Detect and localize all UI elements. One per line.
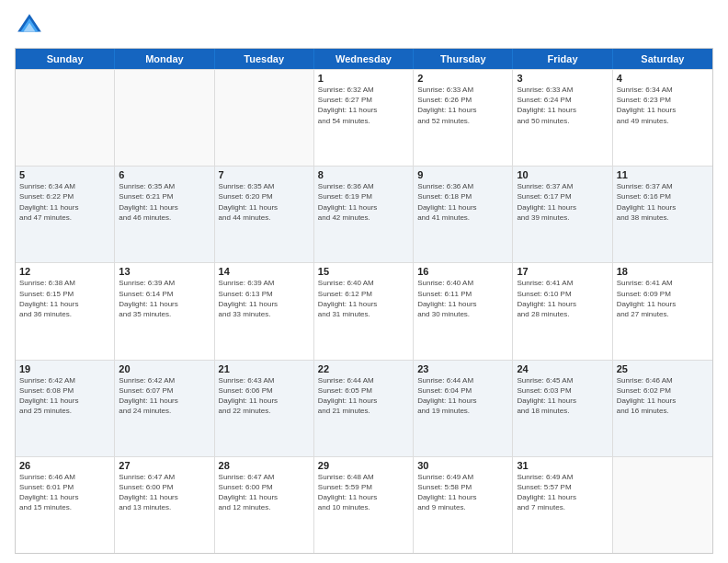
- day-cell: 23Sunrise: 6:44 AM Sunset: 6:04 PM Dayli…: [414, 361, 513, 456]
- week-row-4: 19Sunrise: 6:42 AM Sunset: 6:08 PM Dayli…: [16, 360, 712, 456]
- day-headers: SundayMondayTuesdayWednesdayThursdayFrid…: [16, 49, 712, 69]
- day-number: 22: [318, 363, 409, 374]
- day-number: 14: [219, 266, 310, 277]
- day-info: Sunrise: 6:32 AM Sunset: 6:27 PM Dayligh…: [318, 85, 409, 126]
- day-info: Sunrise: 6:42 AM Sunset: 6:08 PM Dayligh…: [19, 375, 110, 417]
- day-number: 6: [119, 169, 210, 180]
- logo-icon: [15, 11, 44, 40]
- day-info: Sunrise: 6:34 AM Sunset: 6:23 PM Dayligh…: [617, 85, 709, 126]
- day-cell: 8Sunrise: 6:36 AM Sunset: 6:19 PM Daylig…: [314, 167, 414, 262]
- day-info: Sunrise: 6:46 AM Sunset: 6:02 PM Dayligh…: [617, 375, 709, 417]
- day-cell: 21Sunrise: 6:43 AM Sunset: 6:06 PM Dayli…: [215, 361, 314, 456]
- day-number: 12: [19, 266, 110, 277]
- day-number: 4: [617, 73, 709, 84]
- day-number: 17: [517, 266, 608, 277]
- day-number: 21: [219, 363, 310, 374]
- day-header-tuesday: Tuesday: [215, 49, 314, 69]
- day-number: 30: [417, 460, 508, 471]
- day-cell: [16, 70, 115, 166]
- week-row-3: 12Sunrise: 6:38 AM Sunset: 6:15 PM Dayli…: [16, 262, 712, 359]
- day-info: Sunrise: 6:43 AM Sunset: 6:06 PM Dayligh…: [219, 375, 310, 417]
- day-info: Sunrise: 6:33 AM Sunset: 6:26 PM Dayligh…: [417, 85, 508, 126]
- day-info: Sunrise: 6:41 AM Sunset: 6:09 PM Dayligh…: [617, 278, 709, 319]
- day-number: 13: [119, 266, 210, 277]
- day-header-thursday: Thursday: [414, 49, 513, 69]
- week-row-5: 26Sunrise: 6:46 AM Sunset: 6:01 PM Dayli…: [16, 456, 712, 553]
- day-cell: 24Sunrise: 6:45 AM Sunset: 6:03 PM Dayli…: [513, 361, 612, 456]
- day-cell: 10Sunrise: 6:37 AM Sunset: 6:17 PM Dayli…: [513, 167, 612, 262]
- day-cell: 19Sunrise: 6:42 AM Sunset: 6:08 PM Dayli…: [16, 361, 115, 456]
- page: SundayMondayTuesdayWednesdayThursdayFrid…: [0, 0, 728, 563]
- day-info: Sunrise: 6:40 AM Sunset: 6:12 PM Dayligh…: [318, 278, 409, 319]
- calendar-body: 1Sunrise: 6:32 AM Sunset: 6:27 PM Daylig…: [16, 69, 712, 553]
- day-number: 7: [219, 169, 310, 180]
- day-header-friday: Friday: [513, 49, 612, 69]
- day-cell: 12Sunrise: 6:38 AM Sunset: 6:15 PM Dayli…: [16, 263, 115, 359]
- day-cell: 27Sunrise: 6:47 AM Sunset: 6:00 PM Dayli…: [115, 457, 214, 553]
- day-info: Sunrise: 6:40 AM Sunset: 6:11 PM Dayligh…: [417, 278, 508, 319]
- day-info: Sunrise: 6:44 AM Sunset: 6:04 PM Dayligh…: [417, 375, 508, 417]
- day-info: Sunrise: 6:37 AM Sunset: 6:17 PM Dayligh…: [517, 181, 608, 223]
- day-number: 27: [119, 460, 210, 471]
- day-cell: 11Sunrise: 6:37 AM Sunset: 6:16 PM Dayli…: [613, 167, 712, 262]
- day-number: 29: [318, 460, 409, 471]
- day-cell: 26Sunrise: 6:46 AM Sunset: 6:01 PM Dayli…: [16, 457, 115, 553]
- day-info: Sunrise: 6:33 AM Sunset: 6:24 PM Dayligh…: [517, 85, 608, 126]
- day-cell: [613, 457, 712, 553]
- day-number: 10: [517, 169, 608, 180]
- day-cell: 29Sunrise: 6:48 AM Sunset: 5:59 PM Dayli…: [314, 457, 414, 553]
- day-number: 23: [417, 363, 508, 374]
- day-info: Sunrise: 6:34 AM Sunset: 6:22 PM Dayligh…: [19, 181, 110, 223]
- day-cell: 18Sunrise: 6:41 AM Sunset: 6:09 PM Dayli…: [613, 263, 712, 359]
- day-info: Sunrise: 6:39 AM Sunset: 6:14 PM Dayligh…: [119, 278, 210, 319]
- day-cell: 1Sunrise: 6:32 AM Sunset: 6:27 PM Daylig…: [314, 70, 414, 166]
- day-number: 16: [417, 266, 508, 277]
- day-info: Sunrise: 6:46 AM Sunset: 6:01 PM Dayligh…: [19, 472, 110, 513]
- day-cell: [115, 70, 214, 166]
- day-header-sunday: Sunday: [16, 49, 115, 69]
- logo: [15, 11, 48, 40]
- day-number: 8: [318, 169, 409, 180]
- day-info: Sunrise: 6:41 AM Sunset: 6:10 PM Dayligh…: [517, 278, 608, 319]
- day-info: Sunrise: 6:49 AM Sunset: 5:58 PM Dayligh…: [417, 472, 508, 513]
- day-cell: 17Sunrise: 6:41 AM Sunset: 6:10 PM Dayli…: [513, 263, 612, 359]
- day-header-saturday: Saturday: [613, 49, 712, 69]
- day-info: Sunrise: 6:36 AM Sunset: 6:18 PM Dayligh…: [417, 181, 508, 223]
- day-number: 3: [517, 73, 608, 84]
- day-info: Sunrise: 6:38 AM Sunset: 6:15 PM Dayligh…: [19, 278, 110, 319]
- day-cell: 22Sunrise: 6:44 AM Sunset: 6:05 PM Dayli…: [314, 361, 414, 456]
- day-info: Sunrise: 6:47 AM Sunset: 6:00 PM Dayligh…: [219, 472, 310, 513]
- day-cell: 16Sunrise: 6:40 AM Sunset: 6:11 PM Dayli…: [414, 263, 513, 359]
- day-number: 11: [617, 169, 709, 180]
- day-info: Sunrise: 6:39 AM Sunset: 6:13 PM Dayligh…: [219, 278, 310, 319]
- day-cell: 20Sunrise: 6:42 AM Sunset: 6:07 PM Dayli…: [115, 361, 214, 456]
- day-cell: 4Sunrise: 6:34 AM Sunset: 6:23 PM Daylig…: [613, 70, 712, 166]
- day-cell: [215, 70, 314, 166]
- day-info: Sunrise: 6:47 AM Sunset: 6:00 PM Dayligh…: [119, 472, 210, 513]
- day-info: Sunrise: 6:49 AM Sunset: 5:57 PM Dayligh…: [517, 472, 608, 513]
- day-number: 19: [19, 363, 110, 374]
- day-info: Sunrise: 6:36 AM Sunset: 6:19 PM Dayligh…: [318, 181, 409, 223]
- day-number: 28: [219, 460, 310, 471]
- day-cell: 15Sunrise: 6:40 AM Sunset: 6:12 PM Dayli…: [314, 263, 414, 359]
- day-cell: 30Sunrise: 6:49 AM Sunset: 5:58 PM Dayli…: [414, 457, 513, 553]
- day-number: 18: [617, 266, 709, 277]
- day-number: 1: [318, 73, 409, 84]
- day-number: 9: [417, 169, 508, 180]
- day-cell: 28Sunrise: 6:47 AM Sunset: 6:00 PM Dayli…: [215, 457, 314, 553]
- day-cell: 13Sunrise: 6:39 AM Sunset: 6:14 PM Dayli…: [115, 263, 214, 359]
- day-cell: 5Sunrise: 6:34 AM Sunset: 6:22 PM Daylig…: [16, 167, 115, 262]
- day-number: 31: [517, 460, 608, 471]
- week-row-1: 1Sunrise: 6:32 AM Sunset: 6:27 PM Daylig…: [16, 69, 712, 166]
- week-row-2: 5Sunrise: 6:34 AM Sunset: 6:22 PM Daylig…: [16, 166, 712, 262]
- day-cell: 3Sunrise: 6:33 AM Sunset: 6:24 PM Daylig…: [513, 70, 612, 166]
- day-cell: 9Sunrise: 6:36 AM Sunset: 6:18 PM Daylig…: [414, 167, 513, 262]
- day-cell: 6Sunrise: 6:35 AM Sunset: 6:21 PM Daylig…: [115, 167, 214, 262]
- day-info: Sunrise: 6:42 AM Sunset: 6:07 PM Dayligh…: [119, 375, 210, 417]
- calendar: SundayMondayTuesdayWednesdayThursdayFrid…: [15, 48, 713, 554]
- day-number: 20: [119, 363, 210, 374]
- day-info: Sunrise: 6:44 AM Sunset: 6:05 PM Dayligh…: [318, 375, 409, 417]
- day-cell: 14Sunrise: 6:39 AM Sunset: 6:13 PM Dayli…: [215, 263, 314, 359]
- day-info: Sunrise: 6:37 AM Sunset: 6:16 PM Dayligh…: [617, 181, 709, 223]
- day-info: Sunrise: 6:35 AM Sunset: 6:20 PM Dayligh…: [219, 181, 310, 223]
